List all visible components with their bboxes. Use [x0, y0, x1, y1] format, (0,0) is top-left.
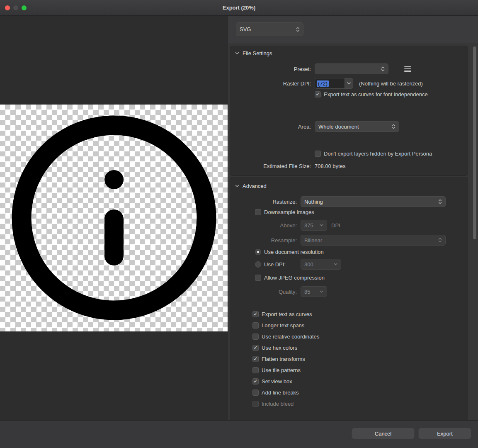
downsample-checkbox-row[interactable]: ✓ Downsample images	[255, 208, 463, 216]
export-settings-panel: SVG File Settings	[228, 16, 478, 420]
spacer	[234, 297, 463, 310]
chevron-down-icon	[320, 224, 323, 226]
checkbox[interactable]: ✓	[252, 322, 259, 329]
checkbox[interactable]: ✓	[252, 334, 259, 340]
raster-dpi-label: Raster DPI:	[234, 80, 311, 87]
checkbox[interactable]: ✓	[255, 275, 261, 281]
option-use-hex-colors[interactable]: ✓ Use hex colors	[252, 344, 463, 351]
checkbox: ✓	[252, 401, 259, 407]
checkbox-label: Longer text spans	[262, 322, 304, 329]
above-dpi-value: 375	[304, 222, 313, 229]
traffic-lights	[5, 0, 27, 15]
resample-select-value: Bilinear	[304, 237, 322, 243]
above-dpi-select[interactable]: 375	[301, 220, 327, 231]
checkbox-label: Use hex colors	[262, 345, 297, 351]
rasterize-row: Rasterize: Nothing	[234, 196, 463, 207]
format-bar: SVG	[228, 16, 478, 43]
checkbox[interactable]: ✓	[252, 390, 259, 396]
file-settings-header[interactable]: File Settings	[234, 49, 463, 57]
disclosure-chevron-icon	[235, 52, 239, 55]
radio-button[interactable]	[255, 261, 261, 268]
format-select-value: SVG	[240, 26, 251, 32]
option-set-view-box[interactable]: ✓ Set view box	[252, 377, 463, 385]
quality-select[interactable]: 85	[301, 286, 327, 297]
file-settings-section: File Settings Preset:	[230, 46, 468, 176]
section-title: File Settings	[243, 50, 272, 56]
use-dpi-select[interactable]: 300	[301, 259, 341, 270]
checkbox-label: Don't export layers hidden by Export Per…	[324, 151, 432, 157]
preset-label: Preset:	[234, 66, 311, 72]
dialog-footer: Cancel Export	[0, 420, 478, 448]
checkbox[interactable]: ✓	[252, 378, 259, 385]
rasterize-select-value: Nothing	[304, 199, 323, 205]
option-add-line-breaks[interactable]: ✓ Add line breaks	[252, 389, 463, 396]
dont-export-hidden-checkbox-row[interactable]: ✓ Don't export layers hidden by Export P…	[315, 150, 463, 157]
dpi-unit-label: DPI	[331, 222, 340, 229]
preset-select[interactable]	[315, 63, 388, 74]
checkbox-label: Set view box	[262, 378, 292, 385]
estimated-size-label: Estimated File Size:	[234, 163, 311, 169]
preset-menu-icon[interactable]	[404, 66, 411, 72]
checkbox[interactable]: ✓	[255, 209, 261, 215]
jpeg-compression-checkbox-row[interactable]: ✓ Allow JPEG compression	[255, 274, 463, 281]
raster-dpi-input[interactable]: (72)	[315, 78, 345, 89]
canvas-preview	[0, 105, 228, 331]
raster-dpi-combo: (72)	[315, 78, 353, 89]
above-label: Above:	[234, 222, 297, 229]
chevron-down-icon	[347, 82, 351, 85]
estimated-size-value: 708.00 bytes	[315, 163, 345, 169]
checkbox-label: Include bleed	[262, 401, 294, 407]
checkbox-label: Downsample images	[264, 209, 314, 215]
area-label: Area:	[234, 124, 311, 130]
checkbox-label: Allow JPEG compression	[264, 275, 325, 281]
use-dpi-radio-row[interactable]: Use DPI: 300	[255, 259, 463, 270]
format-select[interactable]: SVG	[236, 22, 303, 36]
chevron-down-icon	[320, 290, 323, 293]
advanced-section: Advanced Rasterize: Nothing	[230, 177, 468, 420]
preset-row: Preset:	[234, 63, 463, 74]
settings-scroll-area: File Settings Preset:	[228, 43, 478, 420]
checkbox[interactable]: ✓	[252, 356, 259, 362]
estimated-size-row: Estimated File Size: 708.00 bytes	[234, 162, 463, 170]
area-select[interactable]: Whole document	[315, 121, 399, 132]
close-button[interactable]	[5, 5, 10, 10]
vertical-scrollbar-thumb[interactable]	[473, 46, 476, 239]
chevron-down-icon	[334, 263, 337, 265]
option-flatten-transforms[interactable]: ✓ Flatten transforms	[252, 355, 463, 363]
checkbox[interactable]: ✓	[315, 91, 321, 97]
raster-dpi-note: (Nothing will be rasterized)	[359, 80, 423, 87]
resample-label: Resample:	[234, 237, 297, 243]
option-longer-text-spans[interactable]: ✓ Longer text spans	[252, 321, 463, 329]
checkbox[interactable]: ✓	[252, 367, 259, 373]
resample-select[interactable]: Bilinear	[301, 235, 446, 246]
export-text-curves-font-checkbox-row[interactable]: ✓ Export text as curves for font indepen…	[315, 90, 463, 98]
option-use-tile-patterns[interactable]: ✓ Use tile patterns	[252, 366, 463, 374]
advanced-header[interactable]: Advanced	[234, 182, 463, 190]
area-row: Area: Whole document	[234, 121, 463, 132]
use-dpi-value: 300	[304, 261, 313, 268]
spacer	[234, 132, 463, 150]
svg-options-list: ✓ Export text as curves ✓ Longer text sp…	[252, 310, 463, 407]
radio-label: Use DPI:	[264, 261, 301, 268]
rasterize-select[interactable]: Nothing	[301, 196, 446, 207]
use-document-resolution-radio-row[interactable]: Use document resolution	[255, 248, 463, 256]
above-dpi-row: Above: 375 DPI	[234, 220, 463, 231]
checkbox[interactable]: ✓	[252, 311, 259, 317]
raster-dpi-row: Raster DPI: (72) (Nothing will be	[234, 78, 463, 89]
radio-button[interactable]	[255, 249, 261, 255]
export-button[interactable]: Export	[418, 428, 471, 439]
option-export-text-as-curves[interactable]: ✓ Export text as curves	[252, 310, 463, 318]
disclosure-chevron-icon	[235, 185, 239, 187]
option-include-bleed: ✓ Include bleed	[252, 400, 463, 407]
checkbox-label: Export text as curves for font independe…	[324, 91, 428, 97]
checkbox[interactable]: ✓	[315, 151, 321, 157]
zoom-button[interactable]	[22, 5, 27, 10]
checkbox[interactable]: ✓	[252, 345, 259, 351]
raster-dpi-dropdown-button[interactable]	[345, 78, 353, 89]
quality-row: Quality: 85	[234, 286, 463, 297]
info-icon-artwork	[0, 105, 228, 331]
cancel-button[interactable]: Cancel	[352, 428, 415, 439]
option-use-relative-coordinates[interactable]: ✓ Use relative coordinates	[252, 333, 463, 340]
quality-label: Quality:	[234, 289, 297, 295]
area-select-value: Whole document	[318, 124, 359, 130]
